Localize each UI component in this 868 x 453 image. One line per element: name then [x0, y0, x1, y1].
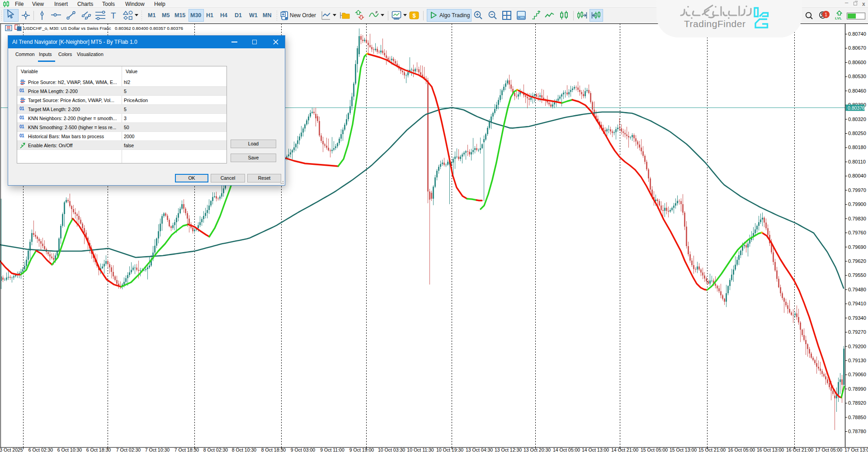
svg-text:13 Oct 12:30: 13 Oct 12:30 [495, 447, 522, 453]
svg-text:14 Oct 21:00: 14 Oct 21:00 [611, 447, 638, 453]
svg-text:9 Oct 19:00: 9 Oct 19:00 [349, 447, 374, 453]
svg-text:0.79130: 0.79130 [848, 358, 866, 363]
svg-text:9 Oct 11:00: 9 Oct 11:00 [320, 447, 344, 453]
svg-text:6 Oct 18:30: 6 Oct 18:30 [86, 447, 111, 453]
svg-text:15 Oct 13:00: 15 Oct 13:00 [670, 447, 697, 453]
svg-text:15 Oct 21:00: 15 Oct 21:00 [698, 447, 726, 453]
svg-text:0.80460: 0.80460 [848, 88, 866, 93]
svg-text:0.80376: 0.80376 [848, 105, 865, 111]
svg-text:0.79900: 0.79900 [848, 201, 866, 207]
svg-text:7 Oct 18:30: 7 Oct 18:30 [175, 447, 199, 453]
svg-text:0.79690: 0.79690 [848, 244, 866, 250]
svg-text:13 Oct 20:30: 13 Oct 20:30 [524, 447, 551, 453]
svg-text:0.80180: 0.80180 [848, 145, 866, 150]
svg-text:0.78920: 0.78920 [848, 400, 866, 406]
svg-text:USDCHF_o, M30: US Dollar vs S: USDCHF_o, M30: US Dollar vs Swiss Franc … [24, 26, 183, 31]
svg-text:0.79340: 0.79340 [848, 315, 866, 321]
svg-text:15 Oct 05:00: 15 Oct 05:00 [641, 447, 668, 453]
svg-text:9 Oct 03:00: 9 Oct 03:00 [291, 447, 315, 453]
svg-text:16 Oct 05:00: 16 Oct 05:00 [728, 447, 755, 453]
svg-text:0.79830: 0.79830 [848, 216, 866, 221]
svg-text:0.79970: 0.79970 [848, 187, 866, 193]
svg-text:8 Oct 02:30: 8 Oct 02:30 [203, 447, 228, 453]
svg-text:0.79550: 0.79550 [848, 272, 866, 278]
svg-text:14 Oct 05:00: 14 Oct 05:00 [553, 447, 580, 453]
svg-text:8 Oct 18:30: 8 Oct 18:30 [261, 447, 286, 453]
svg-text:6 Oct 02:30: 6 Oct 02:30 [28, 447, 53, 453]
svg-text:16 Oct 21:00: 16 Oct 21:00 [786, 447, 813, 453]
svg-text:7 Oct 02:30: 7 Oct 02:30 [116, 447, 141, 453]
svg-text:10 Oct 19:30: 10 Oct 19:30 [436, 447, 463, 453]
svg-text:14 Oct 13:00: 14 Oct 13:00 [582, 447, 609, 453]
svg-text:13 Oct 04:30: 13 Oct 04:30 [466, 447, 493, 453]
svg-text:0.79480: 0.79480 [848, 287, 866, 292]
svg-text:0.79060: 0.79060 [848, 372, 866, 377]
svg-text:0.79200: 0.79200 [848, 344, 866, 349]
svg-text:16 Oct 13:00: 16 Oct 13:00 [757, 447, 784, 453]
svg-text:0.79410: 0.79410 [848, 301, 866, 306]
svg-text:0.80600: 0.80600 [848, 60, 866, 65]
svg-text:8 Oct 10:30: 8 Oct 10:30 [232, 447, 256, 453]
svg-text:0.79270: 0.79270 [848, 329, 866, 335]
svg-text:0.78990: 0.78990 [848, 386, 866, 392]
svg-text:0.80740: 0.80740 [848, 31, 866, 37]
svg-text:0.80320: 0.80320 [848, 117, 866, 122]
svg-text:0.79620: 0.79620 [848, 258, 866, 264]
svg-text:6 Oct 10:30: 6 Oct 10:30 [57, 447, 82, 453]
svg-text:10 Oct 03:30: 10 Oct 03:30 [378, 447, 405, 453]
svg-text:TradingFinder: TradingFinder [684, 19, 745, 29]
svg-text:0.80110: 0.80110 [848, 159, 866, 164]
svg-text:10 Oct 11:30: 10 Oct 11:30 [407, 447, 434, 453]
svg-text:0.80250: 0.80250 [848, 131, 866, 136]
svg-text:$: $ [412, 12, 416, 19]
svg-text:0.80040: 0.80040 [848, 173, 866, 178]
svg-text:0.78850: 0.78850 [848, 415, 866, 420]
svg-text:17 Oct 05:00: 17 Oct 05:00 [815, 447, 842, 453]
svg-text:0.80530: 0.80530 [848, 74, 866, 79]
svg-text:7 Oct 10:30: 7 Oct 10:30 [145, 447, 170, 453]
svg-text:0.80670: 0.80670 [848, 45, 866, 51]
svg-text:17 Oct 13:00: 17 Oct 13:00 [844, 447, 868, 453]
svg-text:0.78780: 0.78780 [848, 429, 866, 434]
svg-text:0.79760: 0.79760 [848, 230, 866, 235]
svg-text:3 Oct 2025: 3 Oct 2025 [0, 447, 23, 453]
